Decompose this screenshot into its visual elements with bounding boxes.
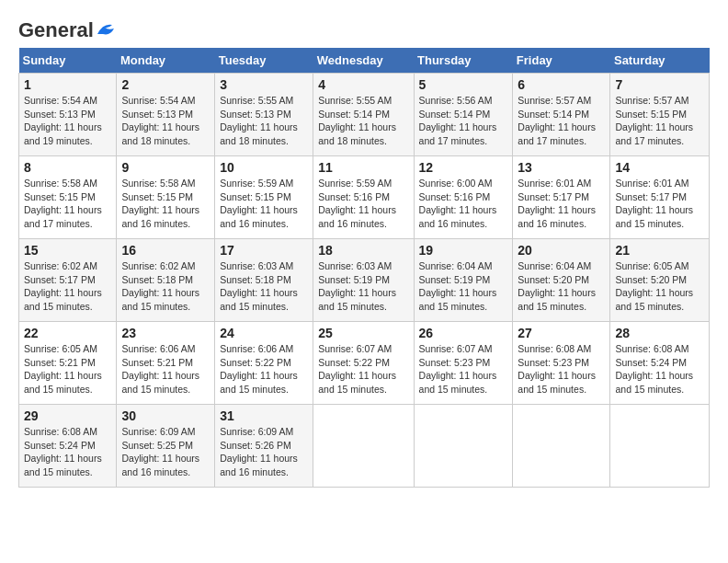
logo-general: General [18,18,94,42]
calendar-cell: 17 Sunrise: 6:03 AMSunset: 5:18 PMDaylig… [215,239,313,322]
logo-bird-icon [96,21,116,38]
day-info: Sunrise: 6:05 AMSunset: 5:20 PMDaylight:… [615,260,693,312]
calendar-cell: 4 Sunrise: 5:55 AMSunset: 5:14 PMDayligh… [313,74,414,156]
day-info: Sunrise: 5:56 AMSunset: 5:14 PMDaylight:… [419,95,497,146]
day-number: 5 [419,77,508,92]
day-number: 22 [24,326,111,340]
day-number: 16 [121,243,210,258]
day-number: 7 [615,77,704,92]
calendar-cell: 22 Sunrise: 6:05 AMSunset: 5:21 PMDaylig… [19,322,117,405]
day-info: Sunrise: 6:06 AMSunset: 5:21 PMDaylight:… [121,343,199,395]
day-info: Sunrise: 6:08 AMSunset: 5:24 PMDaylight:… [24,426,102,477]
weekday-header-saturday: Saturday [610,48,710,74]
day-number: 25 [318,326,408,340]
calendar-cell: 21 Sunrise: 6:05 AMSunset: 5:20 PMDaylig… [610,239,710,322]
day-number: 17 [220,243,308,258]
day-info: Sunrise: 6:01 AMSunset: 5:17 PMDaylight:… [615,178,693,229]
day-info: Sunrise: 6:06 AMSunset: 5:22 PMDaylight:… [220,343,298,395]
weekday-header-monday: Monday [117,48,215,74]
calendar-cell: 28 Sunrise: 6:08 AMSunset: 5:24 PMDaylig… [610,322,710,405]
day-info: Sunrise: 6:08 AMSunset: 5:23 PMDaylight:… [518,343,596,395]
day-info: Sunrise: 5:59 AMSunset: 5:16 PMDaylight:… [318,178,396,229]
day-info: Sunrise: 6:01 AMSunset: 5:17 PMDaylight:… [518,178,596,229]
day-number: 30 [121,408,210,423]
calendar-cell: 13 Sunrise: 6:01 AMSunset: 5:17 PMDaylig… [513,156,610,239]
day-info: Sunrise: 5:55 AMSunset: 5:14 PMDaylight:… [318,95,396,146]
calendar-cell: 16 Sunrise: 6:02 AMSunset: 5:18 PMDaylig… [117,239,215,322]
day-number: 15 [24,243,111,258]
day-info: Sunrise: 5:58 AMSunset: 5:15 PMDaylight:… [24,178,102,229]
day-info: Sunrise: 6:04 AMSunset: 5:20 PMDaylight:… [518,260,596,312]
calendar-cell [313,405,414,488]
day-info: Sunrise: 6:08 AMSunset: 5:24 PMDaylight:… [615,343,693,395]
calendar-cell: 1 Sunrise: 5:54 AMSunset: 5:13 PMDayligh… [19,74,117,156]
calendar-table: SundayMondayTuesdayWednesdayThursdayFrid… [18,48,710,488]
calendar-cell [610,405,710,488]
calendar-cell: 29 Sunrise: 6:08 AMSunset: 5:24 PMDaylig… [19,405,117,488]
day-number: 28 [615,326,704,340]
calendar-cell: 20 Sunrise: 6:04 AMSunset: 5:20 PMDaylig… [513,239,610,322]
day-info: Sunrise: 6:00 AMSunset: 5:16 PMDaylight:… [419,178,497,229]
day-number: 1 [24,77,111,92]
calendar-cell: 10 Sunrise: 5:59 AMSunset: 5:15 PMDaylig… [215,156,313,239]
day-number: 24 [220,326,308,340]
day-info: Sunrise: 5:57 AMSunset: 5:15 PMDaylight:… [615,95,693,146]
calendar-cell: 3 Sunrise: 5:55 AMSunset: 5:13 PMDayligh… [215,74,313,156]
calendar-cell: 26 Sunrise: 6:07 AMSunset: 5:23 PMDaylig… [414,322,513,405]
day-info: Sunrise: 6:09 AMSunset: 5:25 PMDaylight:… [121,426,199,477]
day-number: 20 [518,243,605,258]
weekday-header-tuesday: Tuesday [215,48,313,74]
calendar-cell: 15 Sunrise: 6:02 AMSunset: 5:17 PMDaylig… [19,239,117,322]
weekday-header-friday: Friday [513,48,610,74]
calendar-cell: 24 Sunrise: 6:06 AMSunset: 5:22 PMDaylig… [215,322,313,405]
day-number: 6 [518,77,605,92]
calendar-cell: 19 Sunrise: 6:04 AMSunset: 5:19 PMDaylig… [414,239,513,322]
calendar-cell: 8 Sunrise: 5:58 AMSunset: 5:15 PMDayligh… [19,156,117,239]
calendar-cell: 5 Sunrise: 5:56 AMSunset: 5:14 PMDayligh… [414,74,513,156]
calendar-cell: 12 Sunrise: 6:00 AMSunset: 5:16 PMDaylig… [414,156,513,239]
weekday-header-thursday: Thursday [414,48,513,74]
day-number: 23 [121,326,210,340]
calendar-cell: 25 Sunrise: 6:07 AMSunset: 5:22 PMDaylig… [313,322,414,405]
day-number: 18 [318,243,408,258]
day-info: Sunrise: 6:05 AMSunset: 5:21 PMDaylight:… [24,343,102,395]
calendar-cell: 23 Sunrise: 6:06 AMSunset: 5:21 PMDaylig… [117,322,215,405]
day-number: 13 [518,160,605,175]
weekday-header-sunday: Sunday [19,48,117,74]
day-info: Sunrise: 6:03 AMSunset: 5:18 PMDaylight:… [220,260,298,312]
day-number: 26 [419,326,508,340]
day-info: Sunrise: 6:02 AMSunset: 5:17 PMDaylight:… [24,260,102,312]
day-info: Sunrise: 6:07 AMSunset: 5:23 PMDaylight:… [419,343,497,395]
day-info: Sunrise: 5:58 AMSunset: 5:15 PMDaylight:… [121,178,199,229]
calendar-cell: 6 Sunrise: 5:57 AMSunset: 5:14 PMDayligh… [513,74,610,156]
calendar-cell: 31 Sunrise: 6:09 AMSunset: 5:26 PMDaylig… [215,405,313,488]
day-number: 10 [220,160,308,175]
day-number: 11 [318,160,408,175]
day-info: Sunrise: 6:09 AMSunset: 5:26 PMDaylight:… [220,426,298,477]
calendar-cell: 11 Sunrise: 5:59 AMSunset: 5:16 PMDaylig… [313,156,414,239]
day-number: 31 [220,408,308,423]
day-number: 12 [419,160,508,175]
day-number: 4 [318,77,408,92]
calendar-cell: 14 Sunrise: 6:01 AMSunset: 5:17 PMDaylig… [610,156,710,239]
calendar-cell: 27 Sunrise: 6:08 AMSunset: 5:23 PMDaylig… [513,322,610,405]
day-number: 9 [121,160,210,175]
day-info: Sunrise: 5:59 AMSunset: 5:15 PMDaylight:… [220,178,298,229]
day-info: Sunrise: 6:02 AMSunset: 5:18 PMDaylight:… [121,260,199,312]
day-number: 14 [615,160,704,175]
calendar-cell: 30 Sunrise: 6:09 AMSunset: 5:25 PMDaylig… [117,405,215,488]
day-info: Sunrise: 5:55 AMSunset: 5:13 PMDaylight:… [220,95,298,146]
day-info: Sunrise: 5:54 AMSunset: 5:13 PMDaylight:… [121,95,199,146]
day-info: Sunrise: 6:04 AMSunset: 5:19 PMDaylight:… [419,260,497,312]
day-number: 3 [220,77,308,92]
day-info: Sunrise: 6:03 AMSunset: 5:19 PMDaylight:… [318,260,396,312]
day-number: 8 [24,160,111,175]
page-header: General [18,18,710,39]
day-number: 29 [24,408,111,423]
calendar-cell: 7 Sunrise: 5:57 AMSunset: 5:15 PMDayligh… [610,74,710,156]
calendar-cell: 18 Sunrise: 6:03 AMSunset: 5:19 PMDaylig… [313,239,414,322]
day-number: 2 [121,77,210,92]
calendar-cell [513,405,610,488]
calendar-cell: 2 Sunrise: 5:54 AMSunset: 5:13 PMDayligh… [117,74,215,156]
weekday-header-wednesday: Wednesday [313,48,414,74]
